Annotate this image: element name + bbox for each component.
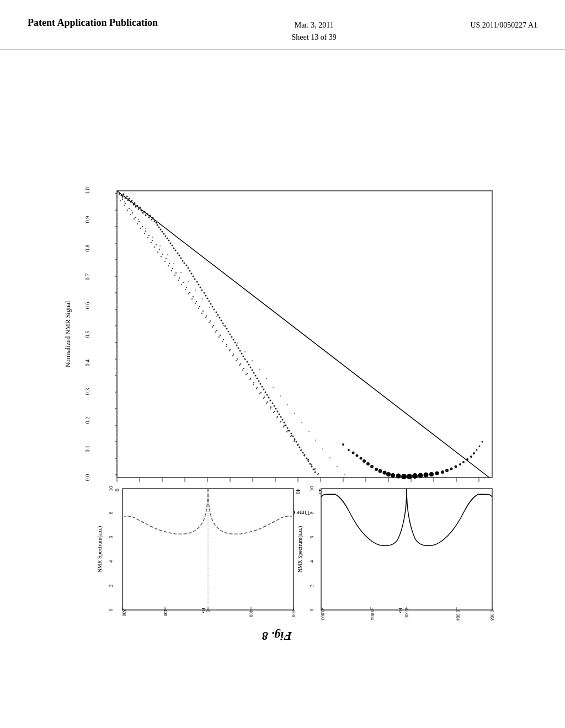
svg-point-309 — [115, 226, 116, 227]
svg-point-322 — [115, 441, 116, 442]
svg-text:0: 0 — [114, 489, 120, 491]
svg-text:4: 4 — [309, 560, 315, 563]
svg-point-308 — [115, 210, 116, 211]
header-center-info: Mar. 3, 2011 Sheet 13 of 39 — [292, 17, 337, 44]
x-axis-ticks: 1.0 0.9 0.8 0.7 0.6 0.5 0.4 0.3 0.2 0.1 … — [84, 188, 90, 481]
figure-label: Fig. 8 — [262, 629, 292, 643]
svg-text:0.0: 0.0 — [84, 474, 90, 481]
svg-text:0.2: 0.2 — [84, 417, 90, 424]
svg-point-315 — [115, 325, 116, 326]
svg-text:2: 2 — [309, 585, 315, 587]
svg-point-312 — [115, 276, 116, 277]
svg-text:1.0: 1.0 — [84, 188, 90, 195]
svg-point-313 — [115, 292, 116, 293]
svg-text:0.004: 0.004 — [455, 610, 461, 621]
svg-text:0: 0 — [309, 608, 315, 611]
patent-number: US 2011/0050227 A1 — [470, 17, 537, 31]
svg-text:0.9: 0.9 — [84, 216, 90, 223]
svg-text:6: 6 — [108, 536, 114, 538]
svg-point-318 — [115, 375, 116, 376]
figure-8: /* dots generated below */ — [56, 125, 509, 649]
svg-text:0.4: 0.4 — [84, 360, 90, 367]
svg-text:0.5: 0.5 — [84, 331, 90, 338]
svg-point-319 — [115, 392, 116, 393]
svg-text:Hz: Hz — [398, 608, 403, 613]
svg-point-317 — [115, 358, 116, 360]
sheet-info: Sheet 13 of 39 — [292, 33, 337, 41]
svg-text:0.008: 0.008 — [489, 610, 495, 620]
svg-point-310 — [115, 243, 116, 244]
svg-text:400: 400 — [248, 610, 254, 617]
x-axis-label: Normalized NMR Signal — [64, 301, 72, 367]
svg-text:0.6: 0.6 — [84, 302, 90, 309]
svg-text:4: 4 — [108, 560, 114, 563]
svg-text:0: 0 — [108, 608, 114, 611]
page-header: Patent Application Publication Mar. 3, 2… — [0, 0, 565, 50]
svg-text:2: 2 — [108, 585, 114, 587]
inset-lower-x-ticks: 0 2 4 6 8 10 — [108, 486, 114, 611]
publication-date: Mar. 3, 2011 — [295, 21, 334, 29]
svg-text:6: 6 — [309, 536, 315, 538]
svg-point-320 — [115, 408, 116, 409]
svg-point-307 — [115, 193, 116, 194]
figure-container: /* dots generated below */ — [45, 97, 520, 676]
svg-text:-400: -400 — [163, 608, 168, 617]
svg-text:800: 800 — [291, 610, 296, 617]
svg-point-324 — [115, 474, 116, 475]
content-area: /* dots generated below */ — [0, 50, 565, 723]
publication-title: Patent Application Publication — [28, 17, 158, 29]
svg-text:8: 8 — [108, 511, 114, 514]
svg-text:0.7: 0.7 — [84, 274, 90, 281]
svg-text:Hz: Hz — [201, 608, 206, 613]
svg-text:40: 40 — [295, 489, 301, 494]
right-axis-tick-marks — [117, 478, 479, 482]
inset-upper-x-label: NMR Spectrum(a.u.) — [297, 526, 303, 572]
svg-point-323 — [115, 458, 116, 459]
svg-text:0.3: 0.3 — [84, 388, 90, 395]
svg-text:8: 8 — [309, 511, 315, 514]
svg-point-316 — [115, 342, 116, 343]
svg-point-311 — [115, 259, 116, 260]
svg-text:10: 10 — [108, 486, 114, 491]
inset-lower-x-label: NMR Spectrum(a.u.) — [97, 526, 103, 572]
svg-point-321 — [115, 425, 116, 426]
svg-point-314 — [115, 309, 116, 310]
svg-text:10: 10 — [309, 486, 315, 491]
inset-upper-x-ticks: 0 2 4 6 8 10 — [309, 486, 315, 611]
svg-text:0.1: 0.1 — [84, 446, 90, 453]
svg-text:0.8: 0.8 — [84, 245, 90, 252]
